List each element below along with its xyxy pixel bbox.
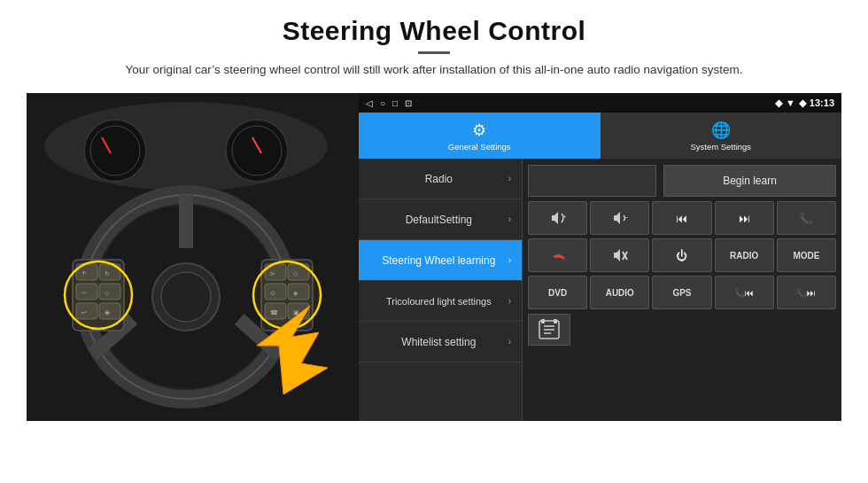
mute-button[interactable] bbox=[590, 238, 649, 272]
power-button[interactable]: ⏻ bbox=[652, 238, 711, 272]
tab-system-settings[interactable]: 🌐 System Settings bbox=[601, 113, 842, 159]
control-grid-row2: ⏻ RADIO MODE bbox=[528, 238, 836, 272]
svg-point-41 bbox=[253, 261, 321, 329]
svg-rect-51 bbox=[541, 319, 545, 323]
chevron-icon: › bbox=[508, 214, 511, 224]
page-subtitle: Your original car’s steering wheel contr… bbox=[126, 61, 743, 79]
svg-point-2 bbox=[84, 120, 146, 182]
page-title: Steering Wheel Control bbox=[126, 16, 743, 46]
svg-text:−: − bbox=[624, 214, 628, 222]
control-grid-row3: DVD AUDIO GPS 📞⏮ 📞⏭ bbox=[528, 276, 836, 309]
home-icon[interactable]: ○ bbox=[380, 98, 385, 108]
status-bar: ◁ ○ □ ⊡ ◆ ▼ ◆ 13:13 bbox=[359, 93, 841, 113]
next-track-button[interactable]: ⏭ bbox=[715, 201, 774, 235]
status-right: ◆ ▼ ◆ 13:13 bbox=[775, 97, 834, 109]
begin-learn-row: Begin learn bbox=[528, 164, 836, 198]
menu-content: Radio › DefaultSetting › Steering Wheel … bbox=[359, 159, 841, 421]
whitelist-icon-box[interactable] bbox=[528, 314, 570, 346]
begin-learn-button[interactable]: Begin learn bbox=[663, 165, 836, 197]
vol-down-button[interactable]: − bbox=[590, 201, 649, 235]
chevron-icon: › bbox=[508, 337, 511, 347]
radio-button[interactable]: RADIO bbox=[715, 238, 774, 272]
menu-item-whitelist[interactable]: Whitelist setting › bbox=[359, 322, 522, 362]
menu-item-steering[interactable]: Steering Wheel learning › bbox=[359, 240, 522, 281]
wifi-icon: ▼ bbox=[786, 97, 795, 108]
general-settings-icon: ⚙ bbox=[472, 121, 486, 140]
tab-bar: ⚙ General Settings 🌐 System Settings bbox=[359, 113, 841, 159]
status-left: ◁ ○ □ ⊡ bbox=[366, 98, 412, 108]
tab-system-label: System Settings bbox=[690, 142, 751, 152]
svg-text:+: + bbox=[562, 213, 566, 221]
back-icon[interactable]: ◁ bbox=[366, 98, 373, 108]
menu-icon[interactable]: ⊡ bbox=[405, 98, 412, 108]
svg-point-3 bbox=[226, 120, 288, 182]
gps-button[interactable]: GPS bbox=[652, 276, 711, 309]
menu-item-tricoloured[interactable]: Tricoloured light settings › bbox=[359, 281, 522, 322]
content-area: + ↻ − ◇ ↩ ◈ ⊳ ◇ ⊙ ◈ bbox=[27, 93, 841, 421]
dvd-button[interactable]: DVD bbox=[528, 276, 587, 309]
svg-rect-52 bbox=[554, 319, 557, 323]
android-ui: ◁ ○ □ ⊡ ◆ ▼ ◆ 13:13 ⚙ General Settings bbox=[359, 93, 841, 421]
tab-general-label: General Settings bbox=[448, 142, 511, 152]
svg-point-40 bbox=[65, 261, 132, 329]
menu-item-radio[interactable]: Radio › bbox=[359, 159, 522, 199]
audio-button[interactable]: AUDIO bbox=[590, 276, 649, 309]
call-prev-button[interactable]: 📞⏮ bbox=[715, 276, 774, 309]
mode-button[interactable]: MODE bbox=[777, 238, 836, 272]
chevron-icon: › bbox=[508, 174, 511, 183]
clock: 13:13 bbox=[810, 97, 834, 108]
call-button[interactable]: 📞 bbox=[777, 201, 836, 235]
recents-icon[interactable]: □ bbox=[392, 98, 398, 108]
call-end-button[interactable] bbox=[528, 238, 587, 272]
location-icon: ◆ bbox=[775, 97, 782, 109]
tab-general-settings[interactable]: ⚙ General Settings bbox=[359, 113, 601, 159]
chevron-icon: › bbox=[508, 296, 511, 306]
svg-point-13 bbox=[161, 272, 211, 322]
system-settings-icon: 🌐 bbox=[711, 121, 731, 140]
title-divider bbox=[418, 51, 450, 54]
empty-display-box bbox=[528, 165, 656, 197]
prev-track-button[interactable]: ⏮ bbox=[652, 201, 711, 235]
signal-icon: ◆ bbox=[799, 97, 806, 109]
steering-wheel-image: + ↻ − ◇ ↩ ◈ ⊳ ◇ ⊙ ◈ bbox=[27, 93, 359, 421]
right-content: Begin learn + − ⏮ ⏭ 📞 bbox=[523, 159, 841, 421]
call-next-button[interactable]: 📞⏭ bbox=[777, 276, 836, 309]
control-grid-row1: + − ⏮ ⏭ 📞 bbox=[528, 201, 836, 235]
left-menu: Radio › DefaultSetting › Steering Wheel … bbox=[359, 159, 523, 421]
chevron-icon: › bbox=[508, 255, 511, 265]
vol-up-button[interactable]: + bbox=[528, 201, 587, 235]
menu-item-default[interactable]: DefaultSetting › bbox=[359, 199, 522, 240]
whitelist-row bbox=[528, 313, 836, 347]
